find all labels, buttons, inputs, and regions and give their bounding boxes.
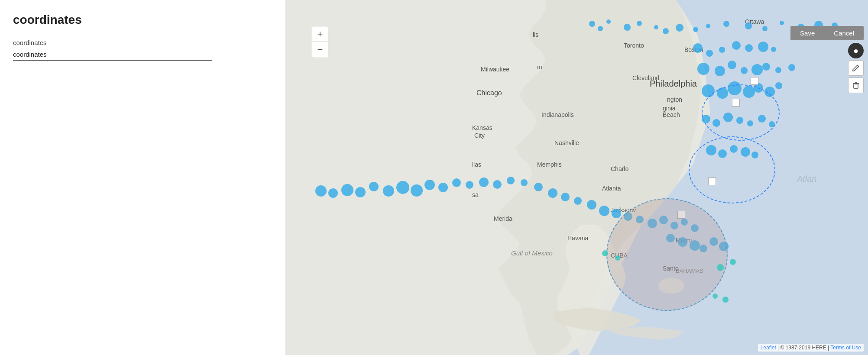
data-dot xyxy=(606,19,611,24)
svg-text:Milwaukee: Milwaukee xyxy=(481,66,509,73)
data-dot xyxy=(438,183,448,192)
svg-text:lis: lis xyxy=(533,31,538,38)
selection-circle-filled[interactable] xyxy=(606,198,728,311)
data-dot xyxy=(775,67,781,73)
coordinates-input[interactable] xyxy=(13,49,212,61)
data-dot-teal xyxy=(713,294,718,299)
left-panel: coordinates coordinates xyxy=(0,0,286,355)
data-dot xyxy=(736,117,743,124)
icon-buttons: ● xyxy=(848,43,864,93)
data-dot xyxy=(719,47,725,53)
data-dot xyxy=(762,26,768,31)
svg-text:Nashville: Nashville xyxy=(554,139,579,146)
page-title: coordinates xyxy=(13,13,272,27)
zoom-out-button[interactable]: − xyxy=(312,42,328,58)
data-dot xyxy=(466,181,473,189)
svg-text:Havana: Havana xyxy=(567,235,588,242)
data-dot xyxy=(369,182,379,191)
data-dot xyxy=(715,66,725,76)
svg-text:Merida: Merida xyxy=(494,215,512,222)
edit-button[interactable] xyxy=(848,60,864,76)
attribution: Leaflet | © 1987-2019 HERE | Terms of Us… xyxy=(758,344,864,352)
data-dot xyxy=(574,197,582,205)
input-label: coordinates xyxy=(13,39,272,46)
data-dot xyxy=(493,180,502,189)
circle-draw-button[interactable]: ● xyxy=(848,43,864,58)
data-dot xyxy=(479,178,489,187)
data-dot xyxy=(521,179,528,186)
data-dot xyxy=(706,50,713,57)
data-dot xyxy=(702,115,710,123)
attribution-copyright: | © 1987-2019 HERE | xyxy=(776,345,831,351)
data-dot xyxy=(758,42,768,52)
terms-of-use-link[interactable]: Terms of Use xyxy=(830,345,861,351)
delete-button[interactable] xyxy=(848,77,864,93)
data-dot xyxy=(771,47,776,52)
zoom-in-button[interactable]: + xyxy=(312,26,328,42)
data-dot xyxy=(745,23,752,29)
cancel-button[interactable]: Cancel xyxy=(824,26,864,40)
data-dot xyxy=(723,113,733,122)
svg-text:Indianapolis: Indianapolis xyxy=(541,111,574,118)
data-dot xyxy=(747,120,753,126)
data-dot xyxy=(693,27,698,32)
data-dot xyxy=(589,21,595,27)
data-dot-teal xyxy=(615,255,620,261)
save-button[interactable]: Save xyxy=(790,26,824,40)
data-dot xyxy=(762,63,770,71)
map-container: Gulf of Mexico Atlan Milwaukee Chicago K… xyxy=(286,0,868,355)
svg-text:ngton: ngton xyxy=(667,96,682,103)
data-dot xyxy=(769,121,775,127)
svg-text:ginia: ginia xyxy=(663,105,676,112)
svg-text:Chicago: Chicago xyxy=(476,89,502,97)
data-dot xyxy=(383,185,394,197)
data-dot xyxy=(424,180,435,190)
data-dot xyxy=(723,21,729,27)
data-dot-teal xyxy=(717,264,724,271)
data-dot xyxy=(775,82,782,89)
data-dot-teal xyxy=(730,259,736,265)
svg-text:m: m xyxy=(537,64,542,71)
data-dot xyxy=(745,44,753,52)
svg-text:sa: sa xyxy=(472,191,479,198)
svg-text:Kansas: Kansas xyxy=(472,124,492,131)
data-dot xyxy=(624,24,631,31)
data-dot xyxy=(452,178,461,187)
data-dot xyxy=(341,184,353,196)
data-dot xyxy=(780,21,784,25)
data-dot xyxy=(328,188,338,198)
svg-text:Atlan: Atlan xyxy=(797,174,817,184)
data-dot xyxy=(741,67,748,74)
data-dot xyxy=(676,24,683,32)
svg-text:City: City xyxy=(474,132,485,139)
zoom-controls: + − xyxy=(312,26,328,58)
data-dot xyxy=(713,119,720,127)
data-dot xyxy=(599,206,609,216)
svg-text:Beach: Beach xyxy=(663,111,680,118)
data-dot xyxy=(663,28,669,34)
data-dot xyxy=(697,63,709,75)
data-dot-teal xyxy=(602,250,608,256)
data-dot xyxy=(637,21,642,26)
svg-text:Memphis: Memphis xyxy=(537,161,562,168)
data-dot xyxy=(758,115,766,123)
data-dot xyxy=(315,185,327,197)
data-dot xyxy=(598,26,603,31)
data-dot xyxy=(534,183,543,191)
map-handle[interactable] xyxy=(708,178,716,185)
data-dot xyxy=(693,43,703,53)
leaflet-link[interactable]: Leaflet xyxy=(761,345,776,351)
svg-text:Philadelphia: Philadelphia xyxy=(650,79,697,88)
data-dot xyxy=(396,181,409,194)
svg-text:llas: llas xyxy=(472,161,481,168)
selection-circle[interactable] xyxy=(689,136,775,203)
data-dot xyxy=(355,187,366,197)
selection-circle[interactable] xyxy=(702,84,780,141)
data-dot xyxy=(732,41,741,50)
data-dot xyxy=(654,25,658,29)
svg-text:Charlo: Charlo xyxy=(611,165,628,172)
map-handle[interactable] xyxy=(751,77,758,85)
data-dot xyxy=(411,184,423,197)
data-dot xyxy=(587,200,596,210)
data-dot xyxy=(507,177,515,184)
